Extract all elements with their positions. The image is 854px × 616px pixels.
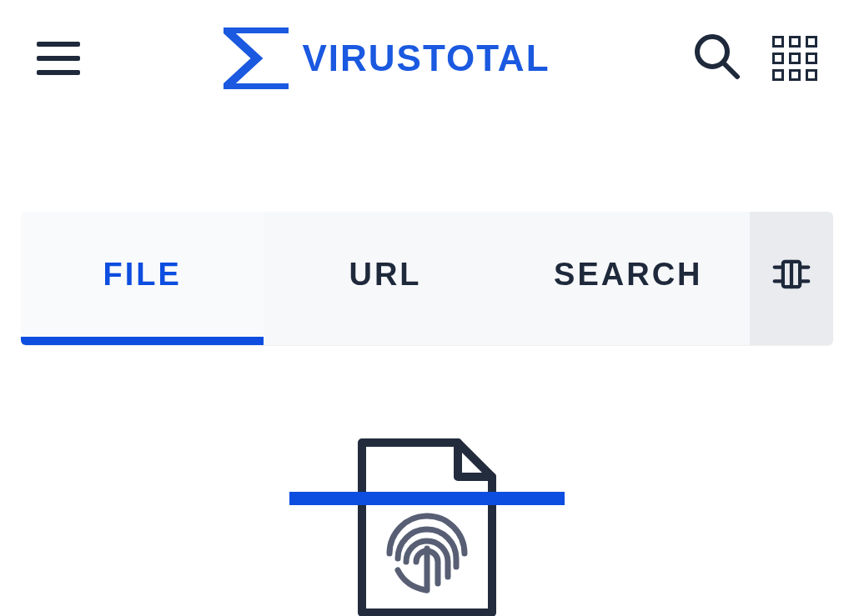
search-icon — [694, 33, 741, 80]
app-header: VIRUSTOTAL — [0, 0, 854, 117]
apps-grid-icon — [772, 36, 817, 81]
search-button[interactable] — [694, 33, 741, 83]
tab-search[interactable]: SEARCH — [507, 212, 750, 345]
header-right — [694, 33, 817, 83]
file-illustration — [356, 437, 498, 616]
api-plug-icon — [769, 252, 814, 297]
brand-logo[interactable]: VIRUSTOTAL — [224, 28, 550, 89]
svg-line-1 — [724, 63, 737, 77]
tab-file[interactable]: FILE — [21, 212, 264, 345]
file-drop-area[interactable] — [0, 437, 854, 616]
file-fingerprint-icon — [356, 437, 498, 616]
tab-file-label: FILE — [103, 257, 182, 293]
tab-url[interactable]: URL — [264, 212, 506, 345]
header-spacer — [0, 117, 854, 212]
menu-button[interactable] — [37, 42, 80, 75]
tab-bar: FILE URL SEARCH — [21, 212, 833, 345]
brand-text: VIRUSTOTAL — [302, 38, 550, 79]
apps-grid-button[interactable] — [772, 36, 817, 81]
tab-url-label: URL — [349, 257, 421, 293]
scan-line — [289, 492, 565, 505]
header-left — [37, 42, 80, 75]
tab-search-label: SEARCH — [554, 257, 702, 293]
tab-api[interactable] — [750, 212, 833, 345]
sigma-icon — [224, 28, 290, 89]
